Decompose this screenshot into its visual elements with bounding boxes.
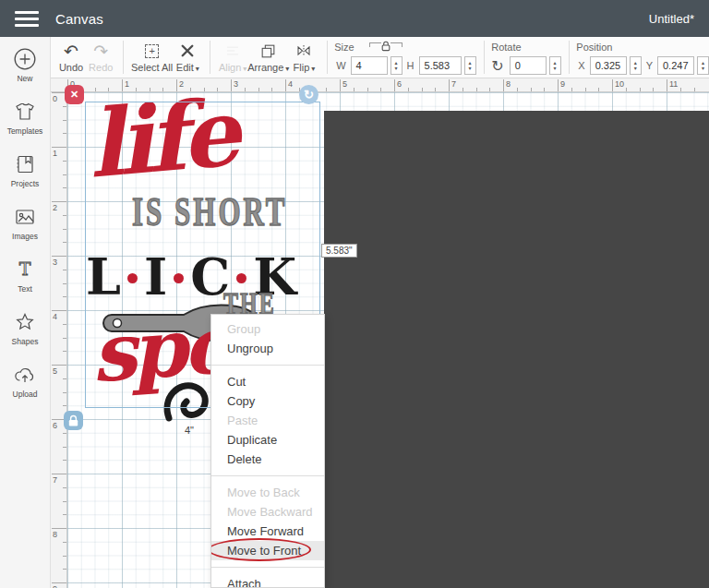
position-x-stepper[interactable]: ▴▾ [630, 56, 642, 75]
ruler-tick [463, 88, 463, 91]
context-menu-item-delete[interactable]: Delete [211, 450, 324, 469]
lock-aspect-icon[interactable] [381, 39, 391, 55]
ruler-tick [204, 88, 205, 91]
ruler-number: 3 [234, 79, 238, 89]
ruler-tick [63, 514, 66, 515]
ruler-tick [63, 338, 66, 339]
context-menu-item-move-forward[interactable]: Move Forward [211, 522, 324, 541]
undo-button[interactable]: ↶ Undo [56, 37, 86, 78]
sidebar-item-text[interactable]: T Text [0, 257, 50, 309]
ruler-tick [52, 474, 66, 474]
ruler-tick [640, 88, 641, 91]
sidebar-item-templates[interactable]: Templates [0, 99, 50, 151]
position-y-input[interactable]: 0.247 [657, 56, 694, 75]
ruler-number: 7 [451, 79, 456, 89]
arrange-dropdown[interactable]: Arrange▾ [247, 37, 289, 78]
position-y-stepper[interactable]: ▴▾ [697, 56, 709, 75]
ruler-tick [63, 487, 66, 488]
ruler-tick [63, 106, 66, 107]
ruler-number: 4 [53, 312, 57, 321]
ruler-tick [503, 79, 504, 91]
ruler-number: 1 [125, 79, 129, 89]
ruler-tick [63, 120, 66, 121]
ruler-number: 7 [53, 475, 57, 485]
toolbar-separator [327, 41, 328, 74]
sidebar-item-shapes[interactable]: Shapes [0, 309, 50, 362]
rotate-handle-icon[interactable]: ↻ [299, 85, 318, 104]
ruler-tick [380, 88, 381, 91]
ruler-number: 6 [397, 79, 402, 89]
ruler-tick [422, 88, 423, 91]
book-icon [14, 151, 36, 177]
ruler-tick [558, 79, 559, 91]
ruler-tick [63, 392, 66, 393]
ruler-tick [653, 88, 654, 91]
ruler-tick [340, 79, 341, 91]
sidebar-item-new[interactable]: New [0, 46, 50, 99]
ruler-tick [63, 270, 66, 270]
document-title: Untitled* [649, 12, 694, 26]
ruler-tick [63, 215, 66, 216]
ruler-tick [271, 88, 272, 91]
ruler-tick [63, 569, 66, 570]
context-menu-item-move-to-front[interactable]: Move to Front [211, 541, 324, 560]
ruler-tick [52, 582, 66, 583]
undo-icon: ↶ [64, 41, 78, 61]
ruler-tick [95, 88, 96, 91]
sidebar-item-images[interactable]: Images [0, 204, 50, 257]
context-menu-item-group: Group [211, 319, 324, 339]
ruler-number: 0 [53, 94, 57, 103]
ruler-number: 3 [53, 258, 57, 267]
toolbar-separator [210, 41, 210, 74]
context-menu-item-copy[interactable]: Copy [211, 391, 324, 411]
menu-divider [211, 475, 324, 476]
ruler-tick [476, 88, 477, 91]
sidebar-item-upload[interactable]: Upload [0, 362, 50, 414]
redo-icon: ↷ [93, 41, 108, 61]
ruler-number: 8 [53, 530, 57, 539]
select-all-button[interactable]: + Select All [131, 37, 173, 78]
delete-handle-icon[interactable]: ✕ [65, 85, 84, 104]
ruler-tick [63, 556, 66, 557]
ruler-tick [245, 88, 246, 91]
ruler-tick [52, 201, 66, 202]
sidebar-item-projects[interactable]: Projects [0, 151, 50, 204]
ruler-tick [694, 88, 695, 91]
ruler-tick [354, 88, 354, 91]
ruler-number: 1 [53, 149, 57, 158]
hamburger-menu-icon[interactable] [15, 11, 39, 27]
plus-circle-icon [13, 46, 37, 72]
context-menu-item-cut[interactable]: Cut [211, 372, 324, 391]
menu-divider [211, 567, 324, 568]
context-menu-item-ungroup[interactable]: Ungroup [211, 339, 324, 358]
toolbar-separator [484, 41, 485, 74]
ruler-tick [285, 79, 286, 91]
ruler-tick [326, 88, 327, 91]
context-menu-item-duplicate[interactable]: Duplicate [211, 430, 324, 450]
rotate-input[interactable]: 0 [510, 56, 547, 75]
arrange-layers-icon [259, 41, 277, 61]
flip-dropdown[interactable]: Flip▾ [289, 37, 318, 78]
height-input[interactable]: 5.583 [419, 56, 462, 75]
align-dropdown: Align▾ [218, 37, 247, 78]
position-controls: Position X 0.325 ▴▾ Y 0.247 ▴▾ [576, 37, 709, 78]
lock-handle-icon[interactable] [64, 411, 83, 430]
size-controls: Size W 4 ▴▾ H 5.583 ▴▾ [334, 37, 475, 78]
ruler-number: 5 [342, 79, 347, 89]
height-stepper[interactable]: ▴▾ [464, 56, 476, 75]
ruler-tick [190, 88, 191, 91]
width-input[interactable]: 4 [351, 56, 388, 75]
cloud-upload-icon [13, 362, 37, 388]
ruler-tick [52, 310, 66, 311]
horizontal-ruler: 01234567891011 [51, 78, 709, 92]
ruler-tick [408, 88, 409, 91]
rotate-stepper[interactable]: ▴▾ [549, 56, 561, 75]
width-stepper[interactable]: ▴▾ [391, 56, 403, 75]
edit-dropdown[interactable]: Edit▾ [173, 37, 202, 78]
ruler-tick [626, 88, 627, 91]
ruler-tick [63, 501, 66, 502]
context-menu-item-attach[interactable]: Attach [211, 574, 324, 588]
ruler-number: 5 [53, 366, 57, 376]
position-x-input[interactable]: 0.325 [590, 56, 627, 75]
ruler-number: 9 [53, 584, 57, 588]
